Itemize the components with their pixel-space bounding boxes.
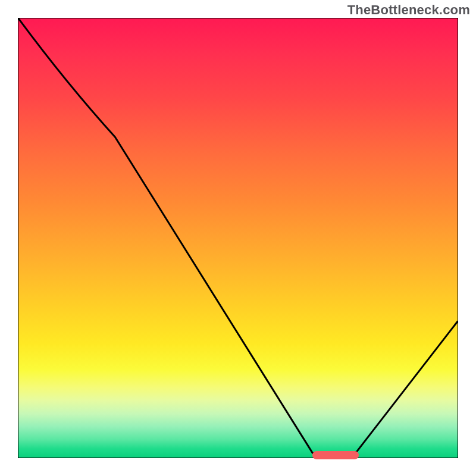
optimal-range-marker (312, 451, 359, 459)
watermark-text: TheBottleneck.com (347, 2, 470, 18)
plot-overlay (18, 18, 458, 458)
plot-area (18, 18, 458, 458)
bottleneck-curve-path (18, 18, 458, 453)
chart-container: TheBottleneck.com (0, 0, 476, 476)
